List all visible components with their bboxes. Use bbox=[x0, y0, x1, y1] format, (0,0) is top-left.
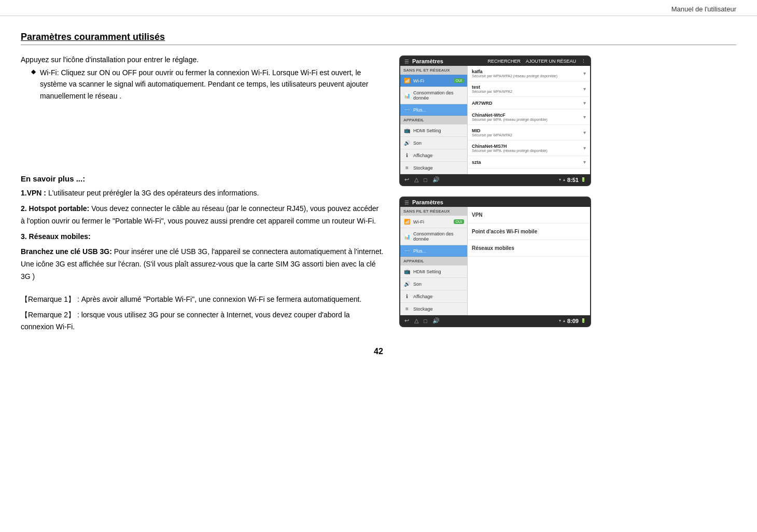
menu-icon-2: ☰ bbox=[404, 200, 409, 205]
p2-son-item[interactable]: 🔊 Son bbox=[400, 278, 467, 290]
signal-icon-test: ▾ bbox=[583, 86, 586, 92]
wifi-status-icon: ▾ bbox=[559, 177, 561, 182]
hdmi-label: HDMI Setting bbox=[413, 128, 464, 133]
signal-icon-mid: ▾ bbox=[583, 130, 586, 135]
p2-recent-icon[interactable]: □ bbox=[424, 318, 427, 324]
network-chinanet-ms7h[interactable]: ChinaNet-MS7H Sécurisé par WPA. (réseau … bbox=[468, 141, 590, 156]
plus-label: Plus... bbox=[413, 107, 426, 113]
p2-back-icon[interactable]: ↩ bbox=[404, 317, 409, 324]
p2-sound-icon: 🔊 bbox=[403, 281, 411, 287]
p2-wifi-status-icon: ▾ bbox=[559, 318, 561, 323]
network-test[interactable]: test Sécurisé par WPA/WPA2 ▾ bbox=[468, 81, 590, 97]
phone1-screen: SANS FIL ET RÉSEAUX 📶 Wi-Fi OUI 📊 Consom… bbox=[400, 66, 590, 174]
signal-icon-kaifa: ▾ bbox=[583, 71, 586, 76]
wifi-label: Wi-Fi bbox=[413, 78, 451, 83]
wifi-icon: 📶 bbox=[403, 78, 411, 83]
usb-label: Branchez une clé USB 3G: bbox=[21, 247, 112, 256]
p2-home-icon[interactable]: △ bbox=[414, 317, 418, 324]
signal-icon-wtcf: ▾ bbox=[583, 114, 586, 120]
signal-icon-ar7wrd: ▾ bbox=[583, 100, 586, 106]
signal-icon-ms7h: ▾ bbox=[583, 145, 586, 151]
vpn-entry[interactable]: VPN bbox=[468, 207, 590, 223]
add-network-btn[interactable]: AJOUTER UN RÉSEAU bbox=[526, 59, 576, 64]
plus-icon: ⋯ bbox=[403, 107, 411, 113]
phone-mockup-1: ☰ Paramètres RECHERCHER AJOUTER UN RÉSEA… bbox=[399, 55, 591, 186]
note1-text: : Après avoir allumé "Portable Wi-Fi", u… bbox=[77, 295, 361, 303]
p2-data-label: Consommation des donnée bbox=[413, 231, 464, 242]
p2-son-label: Son bbox=[413, 282, 464, 287]
p2-section1-header: SANS FIL ET RÉSEAUX bbox=[400, 207, 467, 216]
p2-volume-icon[interactable]: 🔊 bbox=[432, 317, 440, 324]
hotspot-entry[interactable]: Point d'accès Wi-Fi mobile bbox=[468, 223, 590, 240]
phone1-bottom-bar: ↩ △ □ 🔊 ▾ ▴ 8:51 🔋 bbox=[400, 174, 590, 185]
network-mid[interactable]: MID Sécurisé par WPA/WPA2 ▾ bbox=[468, 125, 590, 141]
wifi-description: Wi-Fi: Cliquez sur ON ou OFF pour ouvrir… bbox=[40, 67, 384, 102]
hotspot-label: 2. Hotspot portable: bbox=[21, 204, 89, 213]
p2-plus-item[interactable]: ⋯ Plus... bbox=[400, 245, 467, 257]
phone1-time: 8:51 bbox=[567, 177, 579, 183]
phone2-status-bar: ☰ Paramètres bbox=[400, 198, 590, 207]
son-item[interactable]: 🔊 Son bbox=[400, 137, 467, 149]
phone-mockup-2: ☰ Paramètres SANS FIL ET RÉSEAUX 📶 Wi-Fi… bbox=[399, 197, 591, 327]
p2-plus-icon: ⋯ bbox=[403, 248, 411, 254]
p2-data-item[interactable]: 📊 Consommation des donnée bbox=[400, 228, 467, 245]
affichage-label: Affichage bbox=[413, 153, 464, 158]
p2-display-icon: ℹ bbox=[403, 293, 411, 299]
phone2-vpn-list: VPN Point d'accès Wi-Fi mobile Réseaux m… bbox=[468, 207, 590, 315]
bullet-icon: ◆ bbox=[31, 67, 36, 102]
network-ar7wrd[interactable]: AR7WRD ▾ bbox=[468, 97, 590, 109]
p2-wifi-item[interactable]: 📶 Wi-Fi OUI bbox=[400, 216, 467, 228]
vpn-paragraph: 1.VPN : L'utilisateur peut prérégler la … bbox=[21, 187, 384, 200]
stockage-item[interactable]: ≡ Stockage bbox=[400, 162, 467, 174]
network-szta[interactable]: szta ▾ bbox=[468, 156, 590, 169]
signal-icon-szta: ▾ bbox=[583, 159, 586, 165]
p2-battery-icon: 🔋 bbox=[581, 318, 586, 323]
hdmi-item[interactable]: 📺 HDMI Setting bbox=[400, 124, 467, 137]
hdmi-icon: 📺 bbox=[403, 128, 411, 133]
p2-hdmi-item[interactable]: 📺 HDMI Setting bbox=[400, 265, 467, 278]
plus-item[interactable]: ⋯ Plus... bbox=[400, 104, 467, 116]
affichage-item[interactable]: ℹ Affichage bbox=[400, 149, 467, 162]
p2-stockage-label: Stockage bbox=[413, 306, 464, 312]
mobile-label: 3. Réseaux mobiles: bbox=[21, 232, 91, 241]
phone2-sidebar: SANS FIL ET RÉSEAUX 📶 Wi-Fi OUI 📊 Consom… bbox=[400, 207, 468, 315]
data-usage-item[interactable]: 📊 Consommation des donnée bbox=[400, 87, 467, 104]
network-chinanet-wtcf[interactable]: ChinaNet-WtcF Sécurisé par WPA. (réseau … bbox=[468, 109, 590, 125]
phone1-network-list: kaïfa Sécurisé par WPA/WPA2 (réseau prot… bbox=[468, 66, 590, 174]
further-title: En savoir plus ...: bbox=[21, 174, 384, 183]
p2-wifi-toggle[interactable]: OUI bbox=[454, 219, 464, 224]
document-title: Manuel de l'utilisateur bbox=[671, 5, 736, 13]
volume-icon[interactable]: 🔊 bbox=[432, 176, 440, 183]
p2-wifi-icon: 📶 bbox=[403, 219, 411, 225]
hotspot-paragraph: 2. Hotspot portable: Vous devez connecte… bbox=[21, 203, 384, 228]
p2-hdmi-icon: 📺 bbox=[403, 269, 411, 274]
home-icon[interactable]: △ bbox=[414, 176, 418, 183]
overflow-icon[interactable]: ⋮ bbox=[581, 59, 586, 64]
network-kaifa[interactable]: kaïfa Sécurisé par WPA/WPA2 (réseau prot… bbox=[468, 66, 590, 81]
p2-hdmi-label: HDMI Setting bbox=[413, 269, 464, 274]
data-label: Consommation des donnée bbox=[413, 90, 464, 101]
mobile-paragraph: 3. Réseaux mobiles: bbox=[21, 231, 384, 243]
signal-status-icon: ▴ bbox=[563, 177, 565, 182]
back-icon[interactable]: ↩ bbox=[404, 176, 409, 183]
vpn-text: L'utilisateur peut prérégler la 3G des o… bbox=[48, 189, 259, 197]
note2: 【Remarque 2】 : lorsque vous utilisez 3G … bbox=[21, 309, 384, 334]
p2-affichage-label: Affichage bbox=[413, 294, 464, 299]
phone2-bottom-bar: ↩ △ □ 🔊 ▾ ▴ 8:09 🔋 bbox=[400, 315, 590, 326]
p2-section2-header: APPAREIL bbox=[400, 257, 467, 265]
search-btn[interactable]: RECHERCHER bbox=[487, 59, 521, 64]
recent-icon[interactable]: □ bbox=[424, 177, 427, 183]
intro-text: Appuyez sur l'icône d'installation pour … bbox=[21, 55, 384, 64]
p2-data-icon: 📊 bbox=[403, 234, 411, 240]
menu-icon: ☰ bbox=[404, 59, 409, 64]
son-label: Son bbox=[413, 141, 464, 146]
phone1-app-title: Paramètres bbox=[412, 58, 484, 64]
mobile-networks-entry[interactable]: Réseaux mobiles bbox=[468, 240, 590, 257]
wifi-item[interactable]: 📶 Wi-Fi OUI bbox=[400, 75, 467, 87]
page-number: 42 bbox=[374, 347, 383, 356]
wifi-toggle[interactable]: OUI bbox=[454, 78, 464, 83]
p2-affichage-item[interactable]: ℹ Affichage bbox=[400, 290, 467, 303]
note2-bracket: 【Remarque 2】 bbox=[21, 311, 75, 319]
sound-icon: 🔊 bbox=[403, 140, 411, 146]
p2-stockage-item[interactable]: ≡ Stockage bbox=[400, 303, 467, 315]
